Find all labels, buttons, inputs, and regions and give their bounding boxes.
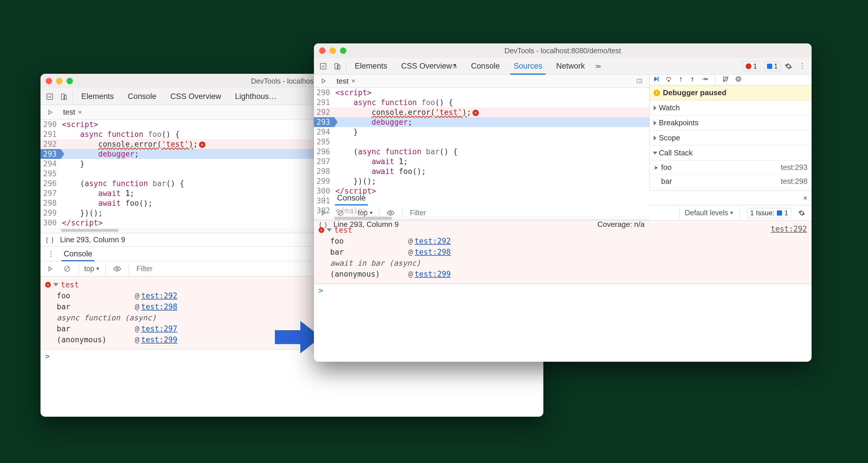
inspect-icon[interactable]: [43, 90, 56, 103]
step-icon[interactable]: [701, 75, 708, 84]
expand-icon[interactable]: [327, 228, 332, 232]
stack-frame[interactable]: footest:293: [650, 161, 812, 175]
pause-on-exceptions-icon[interactable]: [735, 75, 742, 84]
debugger-paused-banner: i Debugger paused: [650, 85, 812, 100]
zoom-icon[interactable]: [340, 48, 346, 54]
async-label: async function (async): [45, 313, 156, 322]
more-panels-icon[interactable]: [633, 75, 646, 87]
pane-watch[interactable]: Watch: [650, 100, 812, 116]
gear-icon[interactable]: [795, 207, 808, 219]
eye-icon[interactable]: [384, 207, 397, 219]
svg-point-17: [668, 80, 669, 81]
context-selector[interactable]: top ▼: [84, 265, 100, 273]
titlebar: DevTools - localhost:8080/demo/test: [314, 43, 812, 58]
navigator-icon[interactable]: [44, 263, 57, 275]
tab-elements[interactable]: Elements: [75, 88, 120, 105]
source-link[interactable]: test:299: [141, 335, 177, 344]
step-into-icon[interactable]: [678, 75, 684, 84]
overflow-icon[interactable]: ≫: [595, 63, 601, 70]
code-line[interactable]: 293 debugger;: [314, 117, 649, 127]
code-line[interactable]: 298 await foo();: [314, 166, 649, 176]
window-controls: [46, 78, 73, 84]
source-link[interactable]: test:297: [141, 325, 177, 333]
code-line[interactable]: 299 })();: [314, 176, 649, 186]
main-tabbar: Elements CSS Overview ⚗ Console Sources …: [314, 58, 812, 75]
message-badge[interactable]: 1: [764, 61, 781, 71]
eye-icon[interactable]: [111, 263, 124, 275]
error-message: test: [334, 226, 352, 235]
navigator-icon[interactable]: [44, 106, 57, 119]
file-tabbar: test ×: [314, 75, 649, 88]
deactivate-breakpoints-icon[interactable]: [722, 75, 729, 84]
code-line[interactable]: 295: [314, 137, 649, 147]
expand-icon[interactable]: [53, 283, 58, 286]
source-link[interactable]: test:292: [141, 291, 177, 300]
code-line[interactable]: 294 }: [314, 127, 649, 137]
tab-network[interactable]: Network: [550, 58, 591, 74]
log-levels-selector[interactable]: Default levels ▼: [685, 209, 734, 217]
svg-point-22: [736, 76, 741, 82]
tab-css-overview[interactable]: CSS Overview ⚗: [395, 58, 464, 74]
error-badge[interactable]: 1: [742, 61, 760, 71]
svg-rect-13: [637, 79, 642, 83]
pane-scope[interactable]: Scope: [650, 130, 812, 146]
tab-console[interactable]: Console: [122, 88, 163, 105]
issues-pill[interactable]: 1 Issue: 1: [747, 208, 791, 218]
clear-icon[interactable]: [61, 263, 73, 275]
source-link[interactable]: test:298: [141, 302, 177, 311]
window-title: DevTools - localhost:8080/demo/test: [505, 47, 621, 55]
close-icon[interactable]: ×: [803, 194, 808, 203]
zoom-icon[interactable]: [66, 78, 73, 84]
svg-marker-3: [49, 110, 52, 114]
code-line[interactable]: 292 console.error('test');✕: [314, 107, 649, 117]
kebab-icon[interactable]: ⋮: [318, 191, 331, 204]
drawer-tab-console[interactable]: Console: [336, 191, 367, 205]
file-tab-label: test: [337, 77, 349, 86]
step-out-icon[interactable]: [689, 75, 695, 84]
resume-icon[interactable]: [652, 75, 659, 84]
close-icon[interactable]: [319, 48, 326, 54]
file-tab[interactable]: test ×: [334, 75, 358, 87]
source-link[interactable]: test:292: [771, 224, 807, 233]
stack-fn: foo: [45, 291, 135, 300]
tab-console[interactable]: Console: [465, 58, 506, 74]
kebab-icon[interactable]: ⋮: [796, 60, 809, 73]
minimize-icon[interactable]: [56, 78, 62, 84]
close-icon[interactable]: ×: [351, 77, 355, 85]
async-boundary: await in bar (async): [650, 188, 812, 190]
drawer-tab-console[interactable]: Console: [62, 247, 93, 261]
format-icon[interactable]: { }: [45, 236, 54, 244]
pane-breakpoints[interactable]: Breakpoints: [650, 116, 812, 130]
svg-point-28: [390, 212, 392, 214]
close-icon[interactable]: ×: [78, 109, 82, 116]
device-icon[interactable]: [331, 60, 343, 73]
inspect-icon[interactable]: [317, 60, 330, 73]
console-prompt[interactable]: >: [314, 284, 812, 297]
tab-sources[interactable]: Sources: [507, 58, 549, 74]
pane-call-stack[interactable]: Call Stack: [650, 146, 812, 161]
tab-elements[interactable]: Elements: [348, 58, 394, 74]
step-over-icon[interactable]: [665, 75, 672, 84]
svg-point-18: [680, 81, 681, 81]
stack-frame[interactable]: bartest:298: [650, 175, 812, 188]
gear-icon[interactable]: [782, 60, 795, 73]
svg-marker-15: [654, 77, 658, 81]
minimize-icon[interactable]: [330, 48, 336, 54]
close-icon[interactable]: [46, 78, 52, 84]
file-tab[interactable]: test ×: [61, 106, 84, 118]
tab-css-overview[interactable]: CSS Overview: [164, 88, 228, 105]
device-icon[interactable]: [57, 90, 70, 103]
tab-lighthouse[interactable]: Lighthous…: [228, 88, 283, 105]
source-link[interactable]: test:292: [414, 237, 451, 245]
source-link[interactable]: test:299: [414, 270, 451, 278]
source-link[interactable]: test:298: [414, 248, 451, 256]
kebab-icon[interactable]: ⋮: [44, 247, 57, 260]
code-line[interactable]: 296 (async function bar() {: [314, 147, 649, 157]
code-line[interactable]: 290<script>: [314, 88, 649, 97]
code-line[interactable]: 291 async function foo() {: [314, 97, 649, 107]
navigator-icon[interactable]: [317, 207, 330, 219]
flask-icon: ⚗: [452, 63, 457, 70]
code-line[interactable]: 297 await 1;: [314, 157, 649, 166]
navigator-icon[interactable]: [317, 75, 330, 87]
filter-input[interactable]: [408, 208, 674, 218]
